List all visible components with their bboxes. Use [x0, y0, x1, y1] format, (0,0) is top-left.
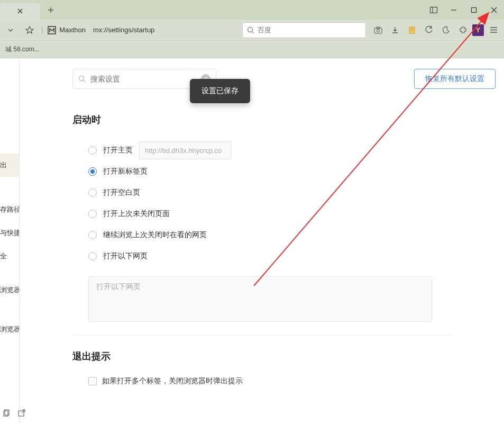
screenshot-icon[interactable] [371, 23, 386, 38]
sidebar-item[interactable]: 出 [0, 154, 19, 177]
back-dropdown-icon[interactable] [3, 23, 18, 38]
option-open-blank[interactable]: 打开空白页 [88, 182, 496, 203]
sidebar-item[interactable]: 浏览器 [0, 278, 19, 302]
brand-label: Maxthon [48, 26, 86, 34]
toolbar-actions: Y [371, 23, 501, 38]
close-tab-icon[interactable] [17, 8, 23, 14]
svg-point-19 [79, 76, 84, 80]
address-bar[interactable] [90, 23, 238, 38]
svg-rect-3 [472, 7, 476, 12]
startup-urls-textarea[interactable]: 打开以下网页 [88, 276, 432, 322]
sidebar-item[interactable]: 与快捷键 [0, 221, 19, 245]
option-open-last[interactable]: 打开上次未关闭页面 [88, 203, 496, 224]
sidebar-item[interactable]: 全 [0, 245, 19, 268]
radio-icon[interactable] [88, 252, 97, 260]
bookmark-item[interactable]: 城 58.com... [5, 45, 40, 54]
svg-line-20 [84, 80, 86, 82]
svg-point-8 [377, 29, 380, 32]
menu-icon[interactable] [486, 23, 501, 38]
note-icon[interactable] [405, 23, 419, 38]
option-open-homepage[interactable]: 打开主页 http://bd.dh3x.hhycrcp.co [88, 140, 496, 161]
checkbox-icon[interactable] [88, 377, 97, 385]
radio-icon[interactable] [88, 188, 97, 197]
sidebar-item[interactable]: 存路径 [0, 198, 19, 221]
browser-toolbar: | Maxthon Y [0, 20, 504, 41]
section-title-startup: 启动时 [72, 113, 496, 126]
search-input[interactable] [258, 26, 361, 34]
new-tab-button[interactable] [43, 3, 58, 17]
sidebar-item[interactable]: 浏览器 [0, 318, 19, 341]
bookmarks-bar: 城 58.com... [0, 41, 504, 58]
startup-options: 打开主页 http://bd.dh3x.hhycrcp.co 打开新标签页 打开… [88, 140, 496, 267]
radio-icon[interactable] [88, 167, 97, 176]
restore-defaults-button[interactable]: 恢复所有默认设置 [414, 69, 496, 89]
browser-tab[interactable] [0, 3, 40, 20]
exit-prompt-option[interactable]: 如果打开多个标签，关闭浏览器时弹出提示 [88, 376, 496, 386]
window-controls [424, 0, 504, 20]
option-open-urls[interactable]: 打开以下网页 [88, 246, 496, 267]
y-badge[interactable]: Y [472, 24, 484, 36]
copy-icon[interactable] [2, 408, 12, 418]
radio-icon[interactable] [88, 210, 97, 218]
window-titlebar [0, 0, 504, 20]
moon-icon[interactable] [438, 23, 453, 38]
close-window-button[interactable] [484, 0, 504, 20]
search-icon [78, 75, 86, 83]
extensions-icon[interactable] [455, 23, 470, 38]
panel-icon[interactable] [424, 0, 444, 20]
radio-icon[interactable] [88, 146, 97, 155]
brand-text: Maxthon [59, 26, 86, 34]
favorite-star-icon[interactable] [22, 23, 37, 38]
settings-search-input[interactable] [90, 75, 197, 83]
settings-sidebar: 出 存路径 与快捷键 全 浏览器 浏览器 [0, 58, 20, 423]
download-icon[interactable] [388, 23, 402, 38]
radio-icon[interactable] [88, 231, 97, 239]
maximize-button[interactable] [464, 0, 484, 20]
maxthon-logo-icon [48, 26, 56, 34]
search-icon [247, 26, 254, 34]
option-open-newtab[interactable]: 打开新标签页 [88, 161, 496, 182]
svg-point-5 [248, 27, 253, 32]
section-title-exit: 退出提示 [72, 350, 496, 363]
refresh-icon[interactable] [421, 23, 436, 38]
settings-content: ✕ 恢复所有默认设置 启动时 打开主页 http://bd.dh3x.hhycr… [20, 58, 504, 423]
svg-rect-0 [430, 7, 437, 13]
settings-saved-toast: 设置已保存 [190, 79, 250, 103]
sidebar-footer [2, 408, 20, 418]
divider [72, 335, 453, 335]
minimize-button[interactable] [444, 0, 464, 20]
search-box[interactable] [242, 22, 366, 38]
settings-header-row: ✕ 恢复所有默认设置 [72, 69, 496, 89]
svg-line-6 [252, 31, 254, 33]
homepage-url-field[interactable]: http://bd.dh3x.hhycrcp.co [139, 141, 231, 159]
main-area: 出 存路径 与快捷键 全 浏览器 浏览器 ✕ 恢复所有默认设置 启动时 [0, 58, 504, 423]
option-continue-last[interactable]: 继续浏览上次关闭时在看的网页 [88, 224, 496, 246]
